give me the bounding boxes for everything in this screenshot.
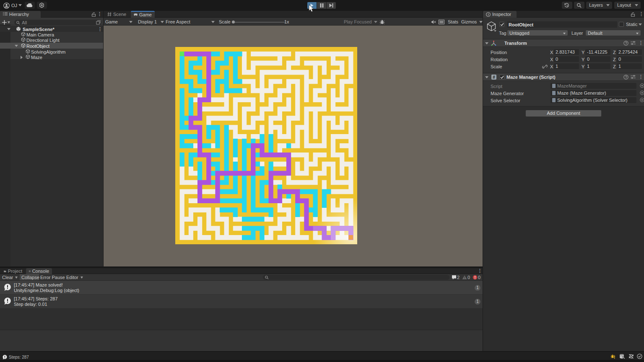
svg-text:#: # [493,75,495,80]
